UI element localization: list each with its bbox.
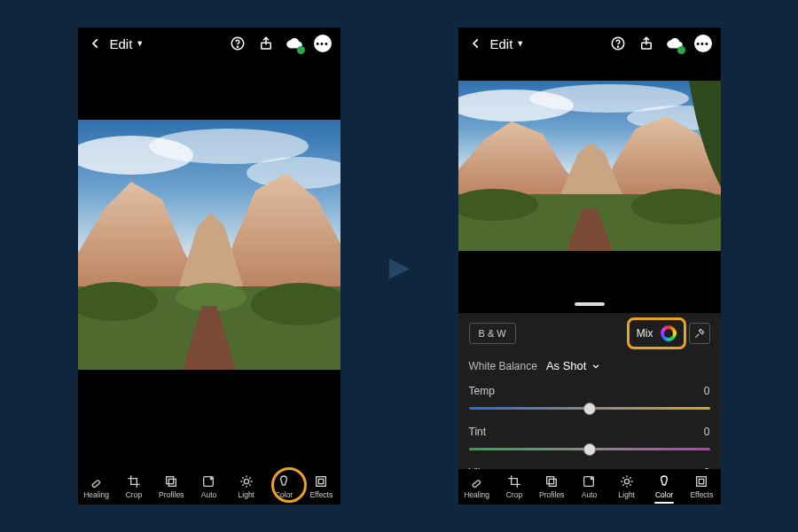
color-panel: B & W Mix White Balance As Shot Temp0 <box>458 313 721 469</box>
tool-crop-label: Crop <box>126 490 142 499</box>
edit-title[interactable]: Edit ▼ <box>110 36 145 51</box>
svg-rect-36 <box>700 479 704 483</box>
svg-point-33 <box>591 478 593 480</box>
svg-rect-12 <box>167 477 174 484</box>
caret-down-icon: ▼ <box>516 39 524 48</box>
tint-label: Tint <box>469 426 487 438</box>
tool-profiles-label: Profiles <box>159 490 184 499</box>
tool-color-label: Color <box>655 490 673 499</box>
topbar: Edit ▼ ••• <box>458 27 721 59</box>
tool-profiles[interactable]: Profiles <box>153 469 190 505</box>
bottom-toolbar: Healing Crop Profiles Auto Light Color E… <box>458 469 721 505</box>
help-icon[interactable] <box>609 35 627 52</box>
svg-rect-29 <box>472 480 481 488</box>
bw-toggle[interactable]: B & W <box>469 323 516 344</box>
bottom-toolbar: Healing Crop Profiles Auto Light Color E… <box>78 469 340 505</box>
mix-label: Mix <box>637 327 653 340</box>
svg-rect-11 <box>91 480 100 488</box>
back-icon[interactable] <box>87 35 105 52</box>
svg-point-16 <box>244 479 248 483</box>
tint-slider[interactable]: Tint0 <box>469 426 710 456</box>
tool-color[interactable]: Color <box>265 469 302 505</box>
bw-toggle-label: B & W <box>479 328 506 339</box>
svg-rect-31 <box>550 479 557 486</box>
eyedropper-button[interactable] <box>689 323 710 344</box>
white-balance-select[interactable]: As Shot <box>546 359 601 372</box>
svg-point-15 <box>211 478 213 480</box>
temp-value: 0 <box>704 385 710 397</box>
color-mix-icon[interactable] <box>661 325 677 341</box>
tool-auto[interactable]: Auto <box>190 469 227 505</box>
svg-point-34 <box>624 479 629 483</box>
temp-slider[interactable]: Temp0 <box>469 385 710 415</box>
phone-screen-right: Edit ▼ ••• <box>458 27 721 505</box>
topbar: Edit ▼ ••• <box>78 27 340 59</box>
tool-auto[interactable]: Auto <box>570 469 607 505</box>
chevron-down-icon <box>591 362 600 371</box>
svg-rect-17 <box>317 477 326 487</box>
caret-down-icon: ▼ <box>136 39 144 48</box>
tool-color-label: Color <box>275 490 293 499</box>
white-balance-label: White Balance <box>469 360 537 372</box>
edit-title-label: Edit <box>490 36 513 51</box>
tint-value: 0 <box>704 426 710 438</box>
tool-healing[interactable]: Healing <box>458 469 496 505</box>
sync-ok-badge <box>297 46 305 54</box>
tool-auto-label: Auto <box>201 490 217 499</box>
back-icon[interactable] <box>467 35 485 52</box>
tool-crop[interactable]: Crop <box>496 469 533 505</box>
photo-preview <box>458 81 721 251</box>
temp-label: Temp <box>469 385 495 397</box>
help-icon[interactable] <box>229 35 246 52</box>
tool-light-label: Light <box>619 490 635 499</box>
tool-light-label: Light <box>239 490 254 499</box>
tool-crop-label: Crop <box>506 490 522 499</box>
tool-crop[interactable]: Crop <box>115 469 153 505</box>
tool-auto-label: Auto <box>582 490 598 499</box>
arrow-right-icon: ▶ <box>389 251 410 282</box>
tool-profiles-label: Profiles <box>539 490 564 499</box>
tool-effects[interactable]: Effects <box>302 469 340 505</box>
svg-point-20 <box>617 46 618 47</box>
svg-rect-13 <box>169 479 176 486</box>
tool-light[interactable]: Light <box>228 469 265 505</box>
cloud-sync-icon[interactable] <box>666 35 684 52</box>
mix-button-highlight: Mix <box>631 322 682 345</box>
more-icon[interactable]: ••• <box>694 35 712 52</box>
share-icon[interactable] <box>257 35 275 52</box>
tool-healing[interactable]: Healing <box>78 469 115 505</box>
tool-healing-label: Healing <box>83 490 109 499</box>
cloud-sync-icon[interactable] <box>286 35 303 52</box>
more-icon[interactable]: ••• <box>314 35 332 52</box>
tool-effects-label: Effects <box>690 490 713 499</box>
svg-point-1 <box>237 46 238 47</box>
tool-color[interactable]: Color <box>645 469 683 505</box>
panel-grabber[interactable] <box>575 302 605 306</box>
tool-healing-label: Healing <box>464 490 489 499</box>
svg-rect-18 <box>319 479 324 483</box>
phone-screen-left: Edit ▼ ••• <box>78 27 340 505</box>
sync-ok-badge <box>677 46 685 54</box>
tool-effects-label: Effects <box>309 490 332 499</box>
edit-title-label: Edit <box>110 36 133 51</box>
tool-effects[interactable]: Effects <box>683 469 720 505</box>
share-icon[interactable] <box>638 35 655 52</box>
svg-rect-35 <box>697 477 707 487</box>
svg-rect-30 <box>547 477 554 484</box>
white-balance-value: As Shot <box>546 359 587 372</box>
tool-profiles[interactable]: Profiles <box>533 469 570 505</box>
edit-title[interactable]: Edit ▼ <box>490 36 525 51</box>
photo-preview <box>78 120 340 370</box>
tool-light[interactable]: Light <box>608 469 645 505</box>
